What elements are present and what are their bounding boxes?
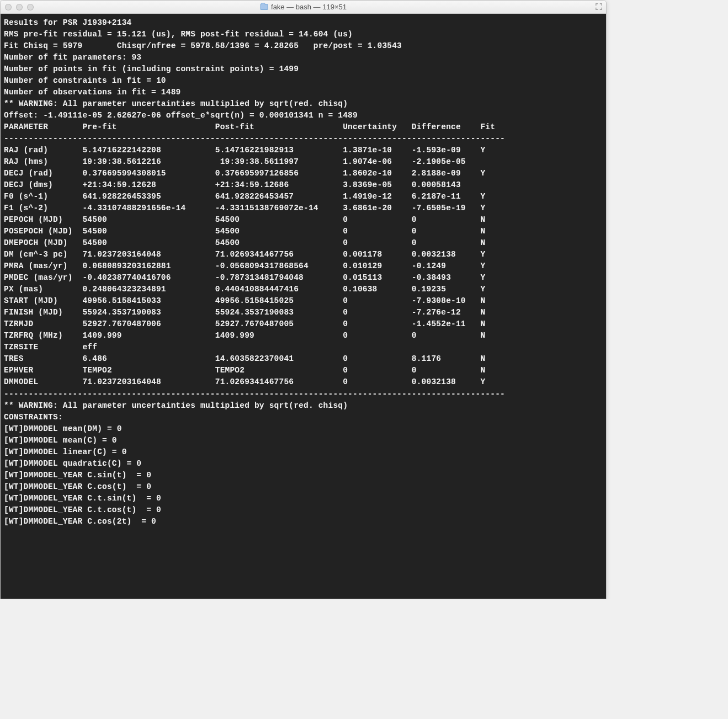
terminal-line: [WT]DMMODEL quadratic(C) = 0 [4, 458, 603, 470]
terminal-line: EPHVER TEMPO2 TEMPO2 0 0 N [4, 365, 603, 376]
terminal-line: [WT]DMMODEL_YEAR C.t.sin(t) = 0 [4, 493, 603, 504]
terminal-line: DECJ (rad) 0.376695994308015 0.376695997… [4, 168, 603, 179]
terminal-line: POSEPOCH (MJD) 54500 54500 0 0 N [4, 226, 603, 237]
zoom-button[interactable] [27, 4, 34, 10]
terminal-line: Number of observations in fit = 1489 [4, 87, 603, 98]
terminal-line: DMEPOCH (MJD) 54500 54500 0 0 N [4, 237, 603, 249]
terminal-line: PMDEC (mas/yr) -0.402387740416706 -0.787… [4, 272, 603, 284]
terminal-line: CONSTRAINTS: [4, 412, 603, 423]
terminal-line: [WT]DMMODEL mean(DM) = 0 [4, 423, 603, 435]
terminal-line: ** WARNING: All parameter uncertainties … [4, 98, 603, 110]
terminal-line: [WT]DMMODEL_YEAR C.cos(t) = 0 [4, 481, 603, 493]
terminal-line: Offset: -1.49111e-05 2.62627e-06 offset_… [4, 110, 603, 121]
terminal-line: TRES 6.486 14.6035822370041 0 8.1176 N [4, 353, 603, 365]
terminal-line: FINISH (MJD) 55924.3537190083 55924.3537… [4, 307, 603, 318]
terminal-line: [WT]DMMODEL_YEAR C.cos(2t) = 0 [4, 516, 603, 528]
terminal-line: PARAMETER Pre-fit Post-fit Uncertainty D… [4, 121, 603, 133]
terminal-line: PX (mas) 0.248064323234891 0.44041088444… [4, 284, 603, 295]
window-title-group: fake — bash — 119×51 [260, 3, 347, 11]
expand-icon[interactable] [595, 3, 603, 10]
terminal-line: DM (cm^-3 pc) 71.0237203164048 71.026934… [4, 249, 603, 260]
terminal-line: DECJ (dms) +21:34:59.12628 +21:34:59.126… [4, 179, 603, 191]
terminal-line: Fit Chisq = 5979 Chisqr/nfree = 5978.58/… [4, 40, 603, 52]
window-title: fake — bash — 119×51 [271, 3, 347, 11]
terminal-line: TZRMJD 52927.7670487006 52927.7670487005… [4, 318, 603, 330]
terminal-line: RMS pre-fit residual = 15.121 (us), RMS … [4, 29, 603, 40]
minimize-button[interactable] [16, 4, 23, 10]
terminal-window: fake — bash — 119×51 Results for PSR J19… [0, 0, 607, 599]
terminal-line: DMMODEL 71.0237203164048 71.026934146775… [4, 376, 603, 388]
terminal-line: ----------------------------------------… [4, 388, 603, 400]
terminal-line: TZRSITE eff [4, 342, 603, 353]
folder-icon [260, 4, 268, 10]
titlebar[interactable]: fake — bash — 119×51 [1, 1, 606, 14]
terminal-line: Number of constraints in fit = 10 [4, 75, 603, 87]
terminal-line: ** WARNING: All parameter uncertainties … [4, 400, 603, 412]
terminal-line: F0 (s^-1) 641.928226453395 641.928226453… [4, 191, 603, 203]
terminal-line: [WT]DMMODEL_YEAR C.t.cos(t) = 0 [4, 504, 603, 516]
terminal-content[interactable]: Results for PSR J1939+2134RMS pre-fit re… [1, 14, 606, 599]
terminal-line: F1 (s^-2) -4.33107488291656e-14 -4.33115… [4, 203, 603, 214]
terminal-line: [WT]DMMODEL_YEAR C.sin(t) = 0 [4, 470, 603, 481]
terminal-line: ----------------------------------------… [4, 133, 603, 145]
terminal-line: Number of points in fit (including const… [4, 63, 603, 75]
terminal-line: START (MJD) 49956.5158415033 49956.51584… [4, 295, 603, 307]
terminal-line: PEPOCH (MJD) 54500 54500 0 0 N [4, 214, 603, 226]
terminal-line: [WT]DMMODEL linear(C) = 0 [4, 446, 603, 458]
terminal-line: RAJ (hms) 19:39:38.5612216 19:39:38.5611… [4, 156, 603, 168]
terminal-line: [WT]DMMODEL mean(C) = 0 [4, 435, 603, 446]
terminal-line: RAJ (rad) 5.14716222142208 5.14716221982… [4, 145, 603, 156]
terminal-line: Number of fit parameters: 93 [4, 52, 603, 63]
terminal-line: PMRA (mas/yr) 0.0680893203162881 -0.0568… [4, 260, 603, 272]
terminal-line: TZRFRQ (MHz) 1409.999 1409.999 0 0 N [4, 330, 603, 342]
close-button[interactable] [5, 4, 12, 10]
terminal-line: Results for PSR J1939+2134 [4, 17, 603, 29]
traffic-lights [5, 4, 34, 10]
